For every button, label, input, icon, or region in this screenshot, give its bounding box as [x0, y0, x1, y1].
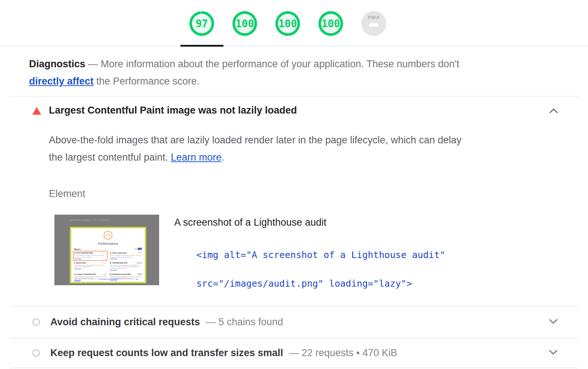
- audit-divider: [10, 96, 578, 97]
- audit-row-critical-requests[interactable]: Avoid chaining critical requests — 5 cha…: [0, 306, 588, 338]
- period: .: [222, 152, 225, 163]
- orange-square-icon: [110, 252, 111, 254]
- audit-row-detail: — 5 chains found: [206, 316, 283, 328]
- audit-row-title: Keep request counts low and transfer siz…: [50, 347, 283, 359]
- diagnostics-text-2: the Performance score.: [96, 76, 200, 87]
- header-divider: [0, 46, 588, 46]
- gauge-seo-value: 100: [318, 11, 343, 36]
- orange-square-icon: [74, 262, 76, 264]
- code-line-2: src="/images/audit.png" loading="lazy">: [196, 278, 412, 289]
- thumb-learn-more-link: Learn more: [110, 258, 117, 260]
- thumb-learn-more-link: Learn more: [74, 258, 81, 260]
- gauge-performance[interactable]: 97: [189, 11, 214, 36]
- gauge-best-practices-value: 100: [275, 11, 300, 36]
- pwa-dash-icon: [369, 23, 379, 26]
- pwa-badge[interactable]: PWA: [361, 11, 386, 36]
- thumb-metrics-label: Metrics: [74, 248, 81, 250]
- lcp-desc-line1: Above-the-fold images that are lazily lo…: [49, 135, 462, 146]
- learn-more-link[interactable]: Learn more: [171, 152, 222, 163]
- green-circle-icon: [110, 273, 111, 275]
- element-column-header: Element: [49, 188, 85, 200]
- directly-affect-link[interactable]: directly affect: [29, 76, 94, 87]
- red-triangle-icon: [74, 273, 76, 275]
- collapse-chevron-up-icon[interactable]: [549, 108, 558, 115]
- diagnostics-intro: Diagnostics — More information about the…: [29, 55, 540, 90]
- element-code-snippet: <img alt="A screenshot of a Lighthouse a…: [174, 233, 445, 305]
- gauge-seo[interactable]: 100: [318, 11, 343, 36]
- lcp-desc-line2: the largest contentful paint.: [49, 152, 168, 163]
- thumb-score: 73: [103, 230, 113, 240]
- orange-square-icon: [74, 252, 76, 254]
- thumb-category-label: Performance: [71, 241, 145, 246]
- thumb-metric-speed-index: Speed Index 4.2 s Speed Index shows how …: [74, 262, 106, 271]
- lighthouse-report-page: 97 100 100 100 PWA: [0, 0, 588, 369]
- thumb-learn-more-link: Learn more: [74, 268, 81, 269]
- pwa-logo-icon: PWA: [361, 15, 386, 20]
- thumb-metrics-grid: First Contentful Paint 5.7 s First Conte…: [74, 252, 142, 281]
- thumb-caption: Lighthouse displays FCP in seconds: [68, 219, 110, 221]
- neutral-score-circle-icon: [32, 349, 40, 357]
- thumb-metric-tti: Time to Interactive 9.5 s Time to intera…: [110, 252, 142, 259]
- gauge-best-practices[interactable]: 100: [275, 11, 300, 36]
- neutral-score-circle-icon: [32, 318, 40, 326]
- thumb-toggle: [135, 248, 142, 250]
- element-alt-text: A screenshot of a Lighthouse audit: [174, 217, 326, 228]
- element-thumbnail-image: Lighthouse displays FCP in seconds 73 Pe…: [54, 215, 159, 285]
- gauge-performance-value: 97: [189, 11, 214, 36]
- gauge-accessibility[interactable]: 100: [232, 11, 257, 36]
- audit-row-request-counts[interactable]: Keep request counts low and transfer siz…: [0, 338, 588, 368]
- active-tab-indicator: [180, 45, 223, 47]
- audit-row-detail: — 22 requests • 470 KiB: [289, 347, 397, 359]
- thumb-metric-tbt: Total Blocking Time 80 ms Sum of all tim…: [110, 262, 142, 271]
- expand-chevron-down-icon[interactable]: [549, 350, 558, 357]
- green-circle-icon: [110, 262, 111, 264]
- code-line-1: <img alt="A screenshot of a Lighthouse a…: [196, 250, 445, 260]
- lcp-audit-title: Largest Contentful Paint image was not l…: [49, 105, 297, 116]
- audit-row-title: Avoid chaining critical requests: [50, 316, 200, 328]
- thumb-lighthouse-card: 73 Performance Metrics First Contentful …: [70, 227, 146, 283]
- thumb-gauge: 73: [103, 230, 113, 240]
- lcp-audit-description: Above-the-fold images that are lazily lo…: [49, 132, 538, 166]
- thumb-footer: Values are estimated and may vary. The p…: [74, 277, 142, 282]
- thumb-learn-more-link: Learn more: [110, 269, 117, 271]
- thumb-metric-fcp: First Contentful Paint 5.7 s First Conte…: [74, 252, 106, 259]
- expand-chevron-down-icon[interactable]: [549, 319, 558, 326]
- warning-triangle-icon: [32, 107, 41, 115]
- audit-divider: [10, 368, 578, 368]
- diagnostics-title: Diagnostics: [29, 58, 85, 69]
- score-gauges-row: 97 100 100 100 PWA: [189, 11, 386, 36]
- gauge-accessibility-value: 100: [232, 11, 257, 36]
- diagnostics-text-1: — More information about the performance…: [88, 58, 459, 69]
